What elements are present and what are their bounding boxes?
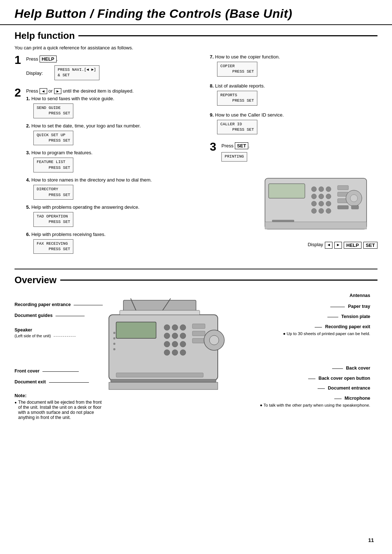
svg-point-36 bbox=[164, 350, 170, 355]
label-antennas: Antennas bbox=[350, 293, 370, 298]
sub-item-5-text: 5. Help with problems operating the answ… bbox=[26, 204, 199, 210]
svg-point-3 bbox=[319, 187, 324, 192]
svg-rect-40 bbox=[192, 331, 205, 336]
right-item-7-display: COPIER PRESS SET bbox=[217, 62, 257, 77]
step-1-display-row: Display: PRESS NAVI.[◄ ►] & SET bbox=[26, 64, 199, 82]
svg-point-33 bbox=[164, 341, 170, 347]
step-2-number: 2 bbox=[15, 87, 23, 259]
set-button-ref: SET bbox=[235, 142, 248, 149]
label-paper-tray: Paper tray bbox=[330, 304, 370, 309]
overview-fax-svg bbox=[87, 297, 261, 420]
label-back-cover-open: Back cover open button bbox=[308, 376, 370, 381]
svg-point-12 bbox=[319, 208, 324, 213]
device-button-labels: Display ◄ ► HELP SET bbox=[308, 242, 377, 249]
svg-point-51 bbox=[113, 337, 115, 339]
right-item-8: 8. List of available reports. REPORTS PR… bbox=[210, 83, 377, 108]
svg-point-27 bbox=[164, 325, 170, 330]
label-recording-paper-entrance: Recording paper entrance bbox=[15, 302, 103, 307]
svg-point-6 bbox=[319, 194, 324, 199]
svg-point-38 bbox=[180, 350, 186, 355]
sub-item-6-text: 6. Help with problems receiving faxes. bbox=[26, 232, 199, 237]
note-bullet-1: The document will be ejected from the fr… bbox=[15, 400, 105, 420]
right-item-8-display: REPORTS PRESS SET bbox=[217, 91, 257, 106]
label-recording-paper-exit-note: ● Up to 30 sheets of printed paper can b… bbox=[283, 331, 370, 336]
help-section-heading: Help function bbox=[15, 30, 377, 41]
svg-point-52 bbox=[113, 343, 115, 345]
step-2-text: Press ◄ or ► until the desired item is d… bbox=[26, 88, 199, 94]
svg-rect-19 bbox=[265, 222, 367, 229]
display-label-text: Display bbox=[308, 242, 323, 249]
svg-rect-41 bbox=[192, 338, 205, 343]
page-header: Help Button / Finding the Controls (Base… bbox=[0, 0, 392, 25]
right-item-8-text: 8. List of available reports. bbox=[210, 83, 377, 89]
right-item-7-text: 7. How to use the copier function. bbox=[210, 54, 377, 60]
step-1: 1 Press HELP. Display: PRESS NAVI.[◄ ►] … bbox=[15, 54, 199, 84]
svg-rect-45 bbox=[111, 379, 216, 382]
overview-diagram: Recording paper entrance Document guides… bbox=[15, 289, 377, 442]
svg-point-43 bbox=[209, 335, 219, 345]
sub-item-3: 3. How to program the features. FEATURE … bbox=[26, 150, 199, 175]
step-2-content: Press ◄ or ► until the desired item is d… bbox=[26, 87, 199, 259]
heading-divider bbox=[78, 35, 377, 36]
help-columns: 1 Press HELP. Display: PRESS NAVI.[◄ ►] … bbox=[15, 54, 377, 261]
help-left-column: 1 Press HELP. Display: PRESS NAVI.[◄ ►] … bbox=[15, 54, 199, 261]
help-intro-text: You can print a quick reference for assi… bbox=[15, 45, 377, 50]
svg-rect-44 bbox=[116, 373, 203, 377]
left-arrow-ref: ◄ bbox=[40, 88, 47, 94]
step-1-text: Press HELP. bbox=[26, 56, 199, 62]
right-arrow-ref: ► bbox=[54, 88, 62, 94]
step-3-content: Press SET. PRINTING bbox=[221, 141, 377, 163]
step-1-display-box: PRESS NAVI.[◄ ►] & SET bbox=[54, 65, 99, 80]
sub-item-6: 6. Help with problems receiving faxes. F… bbox=[26, 232, 199, 256]
page-title: Help Button / Finding the Controls (Base… bbox=[15, 7, 377, 21]
svg-point-4 bbox=[326, 187, 331, 192]
label-back-cover: Back cover bbox=[332, 366, 370, 371]
step-3-number: 3 bbox=[210, 141, 219, 163]
display-label: Display: bbox=[26, 70, 44, 76]
right-item-9-text: 9. How to use the Caller ID service. bbox=[210, 112, 377, 118]
device-right-arrow: ► bbox=[334, 242, 342, 249]
svg-rect-20 bbox=[272, 220, 294, 222]
svg-rect-1 bbox=[269, 184, 305, 198]
sub-item-1: 1. How to send faxes with the voice guid… bbox=[26, 96, 199, 121]
svg-point-31 bbox=[172, 333, 178, 339]
sub-item-4-text: 4. How to store names in the directory a… bbox=[26, 177, 199, 183]
label-tension-plate: Tension plate bbox=[327, 314, 370, 319]
svg-point-34 bbox=[172, 341, 178, 347]
sub-item-4: 4. How to store names in the directory a… bbox=[26, 177, 199, 202]
svg-rect-49 bbox=[120, 310, 200, 315]
sub-item-2: 2. How to set the date, time, your logo … bbox=[26, 123, 199, 148]
svg-point-28 bbox=[172, 325, 178, 330]
step-3-text: Press SET. bbox=[221, 142, 377, 149]
sub-item-5-display: TAD OPERATION PRESS SET bbox=[33, 212, 73, 227]
svg-point-13 bbox=[326, 208, 331, 213]
svg-point-32 bbox=[180, 333, 186, 339]
label-document-entrance: Document entrance bbox=[318, 386, 370, 391]
right-item-9: 9. How to use the Caller ID service. CAL… bbox=[210, 112, 377, 137]
sub-item-3-display: FEATURE LIST PRESS SET bbox=[33, 158, 73, 172]
help-right-column: 7. How to use the copier function. COPIE… bbox=[210, 54, 377, 261]
svg-point-30 bbox=[164, 333, 170, 339]
sub-item-1-display: SEND GUIDE PRESS SET bbox=[33, 103, 73, 118]
right-item-9-display: CALLER ID PRESS SET bbox=[217, 120, 257, 135]
right-item-7: 7. How to use the copier function. COPIE… bbox=[210, 54, 377, 79]
page-number: 11 bbox=[368, 537, 374, 543]
svg-point-8 bbox=[311, 201, 317, 206]
sub-item-5: 5. Help with problems operating the answ… bbox=[26, 204, 199, 229]
help-heading: Help function bbox=[15, 30, 75, 41]
label-front-cover: Front cover bbox=[15, 368, 79, 374]
overview-heading-line bbox=[60, 280, 377, 281]
label-microphone-note: ● To talk with the other party when usin… bbox=[260, 403, 370, 407]
label-speaker: Speaker bbox=[15, 327, 32, 333]
device-illustration: Display ◄ ► HELP SET bbox=[210, 167, 377, 249]
sub-item-1-text: 1. How to send faxes with the voice guid… bbox=[26, 96, 199, 101]
sub-item-2-display: QUICK SET UP PRESS SET bbox=[33, 131, 73, 146]
step-2: 2 Press ◄ or ► until the desired item is… bbox=[15, 87, 199, 259]
overview-note: Note: The document will be ejected from … bbox=[15, 393, 105, 420]
step-1-content: Press HELP. Display: PRESS NAVI.[◄ ►] & … bbox=[26, 54, 199, 84]
svg-point-5 bbox=[311, 194, 317, 199]
svg-rect-23 bbox=[123, 300, 196, 311]
svg-point-50 bbox=[113, 332, 115, 334]
device-help-btn: HELP bbox=[344, 242, 362, 249]
step-3: 3 Press SET. PRINTING bbox=[210, 141, 377, 163]
